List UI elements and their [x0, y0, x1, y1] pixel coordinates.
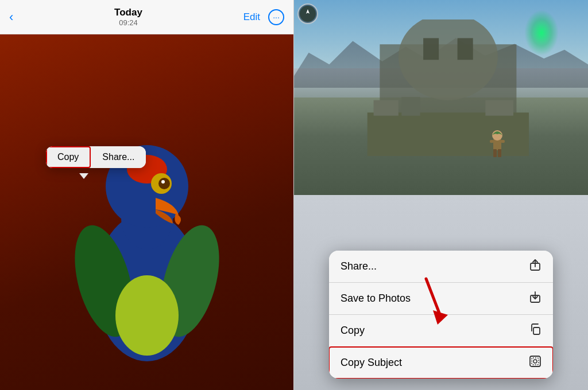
- nav-title: Today: [114, 7, 142, 18]
- svg-rect-23: [501, 140, 505, 143]
- red-arrow: [420, 276, 455, 330]
- svg-rect-17: [486, 100, 514, 116]
- copy-button-left[interactable]: Copy: [46, 146, 91, 168]
- game-screenshot: [294, 0, 588, 195]
- svg-point-9: [161, 180, 165, 184]
- share-icon: [529, 259, 541, 274]
- svg-point-35: [533, 360, 537, 363]
- copy-subject-icon: [529, 355, 541, 370]
- svg-rect-12: [424, 38, 439, 60]
- nav-subtitle: 09:24: [114, 18, 142, 27]
- svg-rect-32: [533, 327, 540, 334]
- svg-point-8: [158, 178, 170, 189]
- nav-center: Today 09:24: [114, 7, 142, 27]
- svg-point-24: [300, 6, 316, 22]
- more-button[interactable]: ···: [268, 9, 284, 25]
- svg-point-3: [115, 275, 179, 356]
- copy-subject-label: Copy Subject: [341, 357, 402, 369]
- svg-rect-34: [532, 358, 539, 365]
- hud-minimap: [297, 3, 318, 24]
- parrot-image-area: Copy Share...: [0, 34, 293, 390]
- svg-rect-16: [402, 97, 420, 115]
- back-button[interactable]: ‹: [9, 10, 13, 25]
- share-button-left[interactable]: Share...: [91, 146, 146, 168]
- svg-rect-20: [493, 149, 497, 157]
- more-icon: ···: [273, 13, 280, 22]
- svg-rect-15: [374, 100, 399, 116]
- context-menu-arrow: [79, 173, 88, 179]
- save-to-photos-icon: [529, 291, 541, 306]
- right-panel: Share... Save to Photos: [294, 0, 588, 390]
- left-context-menu: Copy Share...: [46, 146, 146, 168]
- share-label: Share...: [341, 260, 377, 272]
- left-panel: ‹ Today 09:24 Edit ···: [0, 0, 294, 390]
- game-ruins-svg: [353, 20, 544, 156]
- game-background: [294, 0, 588, 195]
- edit-button[interactable]: Edit: [243, 11, 260, 23]
- copy-icon: [529, 323, 541, 338]
- character-silhouette: [489, 128, 506, 160]
- save-to-photos-label: Save to Photos: [341, 292, 411, 305]
- copy-label: Copy: [341, 325, 365, 337]
- copy-subject-row[interactable]: Copy Subject: [329, 347, 553, 379]
- svg-rect-21: [498, 149, 501, 157]
- game-glow: [524, 10, 559, 56]
- svg-rect-22: [490, 140, 494, 143]
- nav-bar: ‹ Today 09:24 Edit ···: [0, 0, 293, 34]
- parrot-background: Copy Share...: [0, 34, 293, 390]
- svg-rect-13: [458, 38, 473, 60]
- game-lower-area: Share... Save to Photos: [294, 195, 588, 390]
- nav-actions: Edit ···: [243, 9, 284, 25]
